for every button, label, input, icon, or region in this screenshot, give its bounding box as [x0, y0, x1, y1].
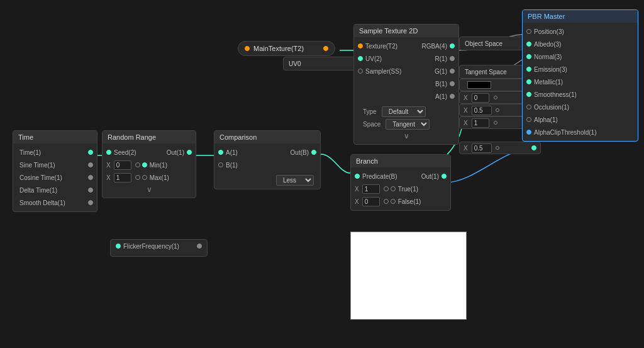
random-range-node: Random Range Seed(2) Out(1) X Min(1) X M… — [102, 130, 196, 198]
min-input[interactable] — [114, 160, 131, 170]
true-x-label: X — [355, 186, 359, 193]
max-input[interactable] — [114, 173, 131, 182]
comp-out-label: Out(B) — [291, 149, 309, 156]
random-range-header: Random Range — [103, 131, 196, 143]
sample-texture-chevron[interactable]: ∨ — [354, 130, 458, 142]
x05b-node: X — [459, 142, 541, 154]
uv-input-port[interactable] — [358, 56, 363, 61]
true-input[interactable] — [362, 184, 380, 194]
alpha-clip-label: AlphaClipThreshold(1) — [534, 129, 597, 136]
branch-out-port[interactable] — [441, 174, 447, 179]
smooth-delta-label: Smooth Delta(1) — [19, 199, 65, 206]
delta-time-output-port[interactable] — [88, 188, 93, 193]
time-output-port[interactable] — [88, 150, 93, 155]
albedo-input-port[interactable] — [526, 42, 531, 47]
sampler-input-port[interactable] — [358, 69, 363, 74]
main-texture-port[interactable] — [245, 46, 250, 51]
white-preview — [350, 232, 467, 320]
comparison-body: A(1) Out(B) B(1) Less — [214, 143, 320, 189]
alpha-input-port[interactable] — [526, 117, 531, 122]
a-row: A(1) — [354, 90, 458, 103]
x05-input[interactable] — [472, 106, 492, 115]
normal-row: Normal(3) — [523, 50, 638, 63]
type-label: Type — [358, 107, 382, 116]
main-texture-output-port[interactable] — [323, 46, 328, 51]
cosine-time-output-port[interactable] — [88, 175, 93, 180]
true-row: X True(1) — [351, 182, 450, 195]
branch-node: Branch Predicate(B) Out(1) X True(1) X F… — [350, 154, 451, 211]
false-dot[interactable] — [384, 199, 389, 204]
x05-dot[interactable] — [496, 108, 499, 112]
smoothness-label: Smoothness(1) — [534, 91, 577, 98]
sample-texture-node: Sample Texture 2D Texture(T2) RGBA(4) UV… — [353, 24, 459, 145]
x1-label: X — [464, 120, 468, 126]
true-input-port[interactable] — [391, 186, 396, 191]
x1-input[interactable] — [472, 118, 489, 128]
seed-input-port[interactable] — [106, 150, 111, 155]
alpha-clip-input-port[interactable] — [526, 130, 531, 135]
predicate-input-port[interactable] — [355, 174, 360, 179]
max-row: X Max(1) — [103, 171, 196, 184]
type-select[interactable]: Default — [382, 106, 426, 117]
x05b-port[interactable] — [531, 145, 536, 150]
sample-texture-body: Texture(T2) RGBA(4) UV(2) R(1) Sampler(S… — [354, 37, 458, 144]
sine-time-output-port[interactable] — [88, 162, 93, 167]
max-dot[interactable] — [135, 175, 140, 180]
comp-out-port[interactable] — [311, 150, 316, 155]
comp-b-input-port[interactable] — [218, 162, 223, 167]
comp-b-label: B(1) — [226, 162, 238, 169]
x05b-dot[interactable] — [496, 146, 499, 150]
g-output-port[interactable] — [450, 69, 455, 74]
metallic-row: Metallic(1) — [523, 76, 638, 88]
r-output-port[interactable] — [450, 56, 455, 61]
rgba-label: RGBA(4) — [421, 43, 447, 50]
comp-a-input-port[interactable] — [218, 150, 223, 155]
time-label: Time(1) — [19, 149, 41, 156]
position-label: Position(3) — [534, 28, 564, 35]
false-x-label: X — [355, 198, 359, 205]
random-range-chevron[interactable]: ∨ — [103, 184, 196, 195]
false-input[interactable] — [362, 197, 380, 206]
less-select[interactable]: Less — [276, 175, 314, 186]
random-range-output-port[interactable] — [187, 150, 192, 155]
comp-b-row: B(1) — [214, 159, 320, 171]
x0-dot[interactable] — [494, 96, 497, 99]
black-swatch[interactable] — [467, 81, 491, 89]
true-dot[interactable] — [384, 186, 389, 191]
x05b-input[interactable] — [472, 143, 492, 153]
smoothness-input-port[interactable] — [526, 92, 531, 97]
albedo-label: Albedo(3) — [534, 41, 561, 48]
b-output-port[interactable] — [450, 81, 455, 86]
x05-label: X — [464, 107, 468, 114]
smooth-delta-row: Smooth Delta(1) — [13, 196, 97, 209]
rgba-output-port[interactable] — [450, 43, 455, 48]
false-input-port[interactable] — [391, 199, 396, 204]
smooth-delta-output-port[interactable] — [88, 200, 93, 205]
x0-input[interactable] — [472, 93, 489, 103]
space-select[interactable]: Tangent — [386, 119, 430, 130]
metallic-input-port[interactable] — [526, 79, 531, 84]
comp-a-label: A(1) — [226, 149, 238, 156]
emission-row: Emission(3) — [523, 63, 638, 76]
min-x-label: X — [106, 162, 111, 169]
space-label: Space — [358, 120, 386, 129]
min-dot[interactable] — [135, 162, 140, 167]
position-input-port[interactable] — [526, 29, 531, 34]
max-input-port[interactable] — [142, 175, 147, 180]
metallic-label: Metallic(1) — [534, 79, 563, 86]
occlusion-input-port[interactable] — [526, 104, 531, 109]
main-texture-label: MainTexture(T2) — [253, 45, 304, 52]
texture-input-port[interactable] — [358, 43, 363, 48]
r-label: R(1) — [435, 55, 447, 62]
flicker-input-port[interactable] — [116, 244, 121, 249]
flicker-output-port[interactable] — [197, 244, 202, 249]
min-input-port[interactable] — [142, 162, 147, 167]
alpha-label: Alpha(1) — [534, 116, 558, 123]
a-output-port[interactable] — [450, 94, 455, 99]
uv-row: UV(2) R(1) — [354, 52, 458, 65]
emission-input-port[interactable] — [526, 67, 531, 72]
x1-dot[interactable] — [494, 121, 497, 125]
normal-input-port[interactable] — [526, 54, 531, 59]
predicate-row: Predicate(B) Out(1) — [351, 170, 450, 182]
g-label: G(1) — [435, 68, 447, 75]
